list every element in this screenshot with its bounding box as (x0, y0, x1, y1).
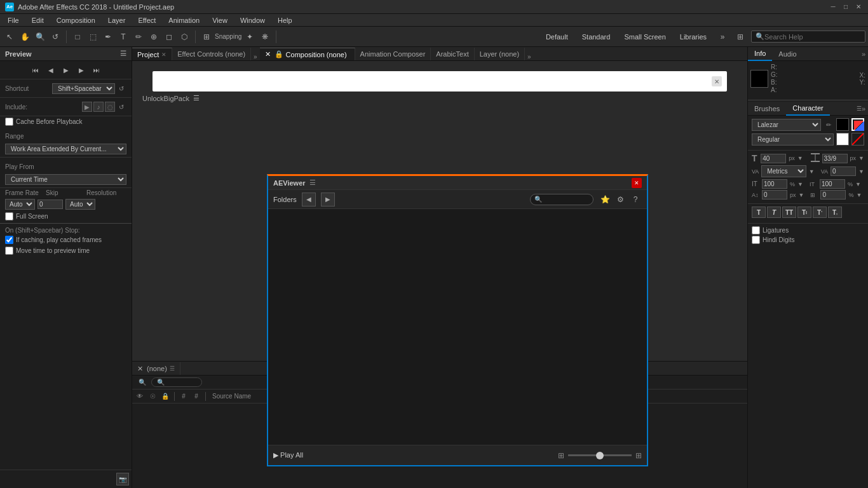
move-time-checkbox[interactable] (5, 247, 13, 255)
include-video-btn[interactable]: ▶ (82, 102, 92, 112)
tsume-dropdown[interactable]: ▼ (856, 192, 862, 198)
tab-effect-controls[interactable]: Effect Controls (none) (172, 48, 251, 60)
full-screen-checkbox[interactable] (5, 212, 13, 220)
close-button[interactable]: ✕ (854, 3, 863, 11)
scale-v-input[interactable] (820, 179, 845, 189)
eraser-tool[interactable]: ◻ (162, 30, 176, 44)
baseline-dropdown[interactable]: ▼ (799, 192, 804, 198)
kerning-dropdown[interactable]: Metrics (761, 165, 806, 177)
stroke-swatch[interactable] (836, 133, 849, 146)
brush-tool[interactable]: ✏ (132, 30, 146, 44)
step-back-btn[interactable]: ◀ (44, 64, 57, 76)
tl-number-icon[interactable]: # (191, 391, 201, 402)
font-size-input[interactable] (761, 154, 786, 163)
style-sub-btn[interactable]: T, (828, 207, 842, 218)
close-timeline-tab[interactable]: ☰ (170, 365, 175, 372)
dialog-nav-forward[interactable]: ▶ (321, 193, 335, 207)
comp-search-close[interactable]: ✕ (712, 76, 722, 86)
maximize-button[interactable]: □ (841, 3, 850, 11)
minimize-button[interactable]: ─ (829, 3, 837, 11)
frame-rate-dropdown[interactable]: Auto (5, 199, 35, 210)
clone-tool[interactable]: ⊕ (147, 30, 161, 44)
font-name-dropdown[interactable]: Lalezar (752, 119, 821, 131)
font-pen-icon[interactable]: ✏ (824, 119, 834, 130)
include-reset-btn[interactable]: ↺ (116, 102, 126, 112)
footer-grid-right-icon[interactable]: ⊞ (635, 451, 642, 460)
play-from-dropdown[interactable]: Current Time (5, 174, 126, 185)
menu-file[interactable]: File (3, 15, 24, 25)
mask-tool[interactable]: ⬚ (86, 30, 100, 44)
snapshot-btn[interactable]: 📷 (116, 473, 129, 485)
cache-frames-checkbox[interactable] (5, 236, 13, 244)
tab-overflow-btn[interactable]: » (251, 53, 260, 60)
menu-edit[interactable]: Edit (27, 15, 49, 25)
timeline-search-input[interactable] (151, 377, 202, 387)
tsume-input[interactable] (820, 190, 846, 200)
hand-tool[interactable]: ✋ (18, 30, 32, 44)
tab-bar-overflow[interactable]: » (525, 53, 534, 60)
play-btn[interactable]: ▶ (60, 64, 72, 76)
workspace-settings[interactable]: ⊞ (733, 30, 747, 44)
workspace-default[interactable]: Default (541, 32, 573, 42)
rotate-tool[interactable]: ↺ (48, 30, 62, 44)
style-bold-btn[interactable]: T (752, 207, 766, 218)
snap-icon[interactable]: ⊞ (200, 30, 214, 44)
selection-tool[interactable]: ↖ (3, 30, 17, 44)
tl-eye-icon[interactable]: 👁 (135, 391, 145, 402)
menu-composition[interactable]: Composition (51, 15, 100, 25)
info-color-swatch[interactable] (750, 70, 768, 88)
puppet-tool[interactable]: ⬡ (177, 30, 191, 44)
menu-effect[interactable]: Effect (133, 15, 161, 25)
zoom-tool[interactable]: 🔍 (33, 30, 47, 44)
char-tab-overflow[interactable]: ☰ » (854, 102, 868, 115)
tl-solo-icon[interactable]: ☉ (147, 391, 158, 402)
menu-layer[interactable]: Layer (103, 15, 131, 25)
workspace-standard[interactable]: Standard (577, 32, 616, 42)
style-smallcaps-btn[interactable]: Tl (797, 207, 811, 218)
magnet-icon[interactable]: ✦ (243, 30, 257, 44)
tl-lock-icon[interactable]: 🔒 (160, 391, 170, 402)
scale-v-dropdown[interactable]: ▼ (855, 181, 861, 187)
close-project-tab[interactable]: ✕ (161, 51, 166, 58)
preview-menu-icon[interactable]: ☰ (120, 50, 126, 58)
dialog-star-icon[interactable]: ⭐ (599, 193, 611, 206)
menu-view[interactable]: View (207, 15, 233, 25)
tab-audio[interactable]: Audio (772, 47, 803, 61)
shape-tool[interactable]: □ (71, 30, 85, 44)
size-slider[interactable] (568, 454, 632, 456)
scale-h-dropdown[interactable]: ▼ (797, 181, 803, 187)
tab-project[interactable]: Project ✕ (132, 48, 172, 60)
resolution-dropdown[interactable]: Auto (65, 199, 95, 210)
shortcut-icon-btn[interactable]: ↺ (116, 83, 126, 93)
tracking-input[interactable] (831, 166, 856, 176)
workspace-overflow[interactable]: » (715, 30, 729, 44)
cache-checkbox[interactable] (5, 118, 13, 126)
tab-brushes[interactable]: Brushes (748, 102, 786, 116)
timeline-tab-none[interactable]: ✕ (none) ☰ (132, 362, 180, 375)
font-size-dropdown[interactable]: ▼ (797, 155, 803, 161)
style-italic-btn[interactable]: T (767, 207, 781, 218)
workspace-libraries[interactable]: Libraries (675, 32, 712, 42)
play-all-btn[interactable]: ▶ Play All (273, 451, 303, 459)
dialog-help-icon[interactable]: ? (629, 193, 642, 206)
workspace-small-screen[interactable]: Small Screen (619, 32, 670, 42)
kerning-dropdown-arrow[interactable]: ▼ (809, 168, 815, 175)
tab-layer[interactable]: Layer (none) (475, 48, 525, 60)
tab-arabic-text[interactable]: ArabicText (431, 48, 474, 60)
right-tab-overflow[interactable]: » (859, 47, 868, 60)
include-overlay-btn[interactable]: ◌ (105, 102, 115, 112)
dialog-menu-icon[interactable]: ☰ (309, 179, 316, 187)
tracking-dropdown[interactable]: ▼ (858, 168, 864, 175)
ligatures-checkbox[interactable] (752, 226, 760, 234)
menu-animation[interactable]: Animation (163, 15, 205, 25)
pen-tool[interactable]: ✒ (101, 30, 115, 44)
tab-animation-composer[interactable]: Animation Composer (355, 48, 431, 60)
transform-icon[interactable]: ❋ (258, 30, 272, 44)
go-to-end-btn[interactable]: ⏭ (90, 64, 103, 76)
font-fill-color[interactable] (836, 118, 849, 131)
hindi-digits-checkbox[interactable] (752, 236, 760, 244)
tab-character[interactable]: Character (786, 102, 829, 116)
footer-grid-left-icon[interactable]: ⊞ (558, 451, 564, 460)
dialog-search-input[interactable] (534, 196, 585, 203)
leading-dropdown[interactable]: ▼ (858, 155, 864, 161)
